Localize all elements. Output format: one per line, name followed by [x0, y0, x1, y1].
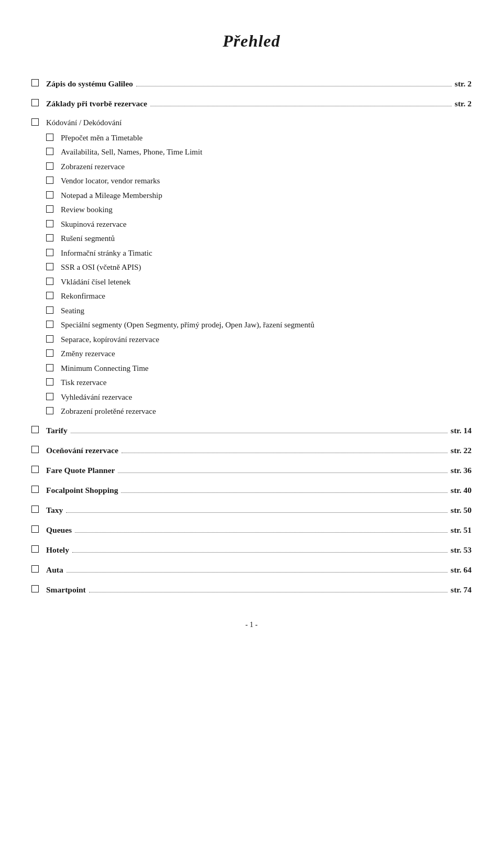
checkbox-zapis: [31, 79, 39, 86]
page-footer: - 1 -: [31, 621, 472, 629]
sub-item-review: Review booking: [31, 204, 472, 216]
checkbox-auta: [31, 565, 39, 573]
label-review: Review booking: [61, 204, 472, 216]
sub-item-vendor: Vendor locator, vendor remarks: [31, 175, 472, 187]
page-fare-quote: str. 36: [451, 466, 472, 475]
label-specialni: Speciální segmenty (Open Segmenty, přímý…: [61, 319, 472, 331]
dots-tarify: [71, 433, 447, 433]
toc-item-tarify: Tarify str. 14: [31, 424, 472, 435]
sub-item-ssr: SSR a OSI (včetně APIS): [31, 261, 472, 273]
sub-item-rekonfirmace: Rekonfirmace: [31, 290, 472, 302]
page-taxy: str. 50: [451, 506, 472, 515]
checkbox-availabilita: [46, 148, 53, 155]
checkbox-ocenovani: [31, 446, 39, 453]
label-availabilita: Availabilita, Sell, Names, Phone, Time L…: [61, 146, 472, 158]
sub-item-availabilita: Availabilita, Sell, Names, Phone, Time L…: [31, 146, 472, 158]
label-zmeny: Změny rezervace: [61, 348, 472, 360]
checkbox-separace: [46, 335, 53, 343]
toc-item-auta: Auta str. 64: [31, 563, 472, 575]
label-vyhledavani: Vyhledávání rezervace: [61, 391, 472, 403]
label-zaklady: Základy při tvorbě rezervace: [46, 99, 147, 108]
sub-item-vkladani: Vkládání čísel letenek: [31, 276, 472, 288]
sub-item-vyhledavani: Vyhledávání rezervace: [31, 391, 472, 403]
label-kodovani: Kódování / Dekódování: [46, 117, 472, 129]
checkbox-vyhledavani: [46, 393, 53, 400]
label-zapis: Zápis do systému Galileo: [46, 79, 133, 89]
toc-item-taxy: Taxy str. 50: [31, 503, 472, 515]
page-zaklady: str. 2: [455, 99, 472, 108]
page-hotely: str. 53: [451, 545, 472, 555]
page-auta: str. 64: [451, 565, 472, 575]
checkbox-zaklady: [31, 99, 39, 106]
label-zobrazeni-proletene: Zobrazení proletěné rezervace: [61, 405, 472, 417]
label-vkladani: Vkládání čísel letenek: [61, 276, 472, 288]
checkbox-specialni: [46, 321, 53, 328]
checkbox-smartpoint: [31, 585, 39, 592]
sub-items-block: Přepočet měn a Timetable Availabilita, S…: [31, 132, 472, 417]
dots-focalpoint: [121, 492, 447, 493]
label-informacni: Informační stránky a Timatic: [61, 247, 472, 259]
dots-ocenovani: [122, 453, 447, 453]
page-title: Přehled: [31, 31, 472, 51]
toc-item-smartpoint: Smartpoint str. 74: [31, 583, 472, 595]
label-fare-quote: Fare Quote Planner: [46, 466, 115, 475]
toc-item-kodovani: Kódování / Dekódování: [31, 117, 472, 129]
dots-taxy: [66, 512, 447, 513]
page-smartpoint: str. 74: [451, 585, 472, 595]
checkbox-ssr: [46, 263, 53, 270]
label-queues: Queues: [46, 525, 72, 535]
label-prepocet: Přepočet měn a Timetable: [61, 132, 472, 144]
checkbox-skupinova: [46, 220, 53, 227]
label-ocenovani: Oceňování rezervace: [46, 446, 118, 455]
page-tarify: str. 14: [451, 426, 472, 435]
label-skupinova: Skupinová rezervace: [61, 218, 472, 230]
label-auta: Auta: [46, 565, 63, 575]
checkbox-kodovani: [31, 118, 39, 126]
sub-item-prepocet: Přepočet měn a Timetable: [31, 132, 472, 144]
toc-item-focalpoint: Focalpoint Shopping str. 40: [31, 484, 472, 495]
sub-item-zobrazeni-rez: Zobrazení rezervace: [31, 161, 472, 173]
sub-item-notepad: Notepad a Mileage Membership: [31, 190, 472, 202]
checkbox-fare-quote: [31, 466, 39, 473]
label-zobrazeni-rez: Zobrazení rezervace: [61, 161, 472, 173]
sub-item-ruseni: Rušení segmentů: [31, 233, 472, 245]
toc-item-zapis: Zápis do systému Galileo str. 2: [31, 77, 472, 89]
toc-item-hotely: Hotely str. 53: [31, 543, 472, 555]
sub-item-minimum: Minimum Connecting Time: [31, 362, 472, 375]
sub-item-informacni: Informační stránky a Timatic: [31, 247, 472, 259]
checkbox-zobrazeni-proletene: [46, 407, 53, 414]
checkbox-seating: [46, 306, 53, 314]
sub-item-separace: Separace, kopírování rezervace: [31, 334, 472, 346]
toc-item-zaklady: Základy při tvorbě rezervace str. 2: [31, 97, 472, 108]
label-smartpoint: Smartpoint: [46, 585, 86, 595]
sub-item-skupinova: Skupinová rezervace: [31, 218, 472, 230]
label-tisk: Tisk rezervace: [61, 377, 472, 389]
checkbox-minimum: [46, 364, 53, 371]
toc-container: Zápis do systému Galileo str. 2 Základy …: [31, 77, 472, 595]
checkbox-rekonfirmace: [46, 292, 53, 299]
checkbox-informacni: [46, 249, 53, 256]
label-separace: Separace, kopírování rezervace: [61, 334, 472, 346]
label-vendor: Vendor locator, vendor remarks: [61, 175, 472, 187]
sub-item-zobrazeni-proletene: Zobrazení proletěné rezervace: [31, 405, 472, 417]
checkbox-vkladani: [46, 278, 53, 285]
label-minimum: Minimum Connecting Time: [61, 362, 472, 375]
toc-item-queues: Queues str. 51: [31, 523, 472, 535]
page-queues: str. 51: [451, 525, 472, 535]
checkbox-ruseni: [46, 234, 53, 241]
label-hotely: Hotely: [46, 545, 69, 555]
checkbox-queues: [31, 525, 39, 533]
page-zapis: str. 2: [455, 79, 472, 89]
checkbox-taxy: [31, 506, 39, 513]
label-notepad: Notepad a Mileage Membership: [61, 190, 472, 202]
label-rekonfirmace: Rekonfirmace: [61, 290, 472, 302]
sub-item-tisk: Tisk rezervace: [31, 377, 472, 389]
checkbox-focalpoint: [31, 486, 39, 493]
checkbox-notepad: [46, 191, 53, 199]
label-seating: Seating: [61, 305, 472, 317]
label-taxy: Taxy: [46, 506, 63, 515]
checkbox-zmeny: [46, 349, 53, 357]
dots-zaklady: [150, 106, 452, 106]
dots-queues: [75, 532, 447, 533]
page-ocenovani: str. 22: [451, 446, 472, 455]
